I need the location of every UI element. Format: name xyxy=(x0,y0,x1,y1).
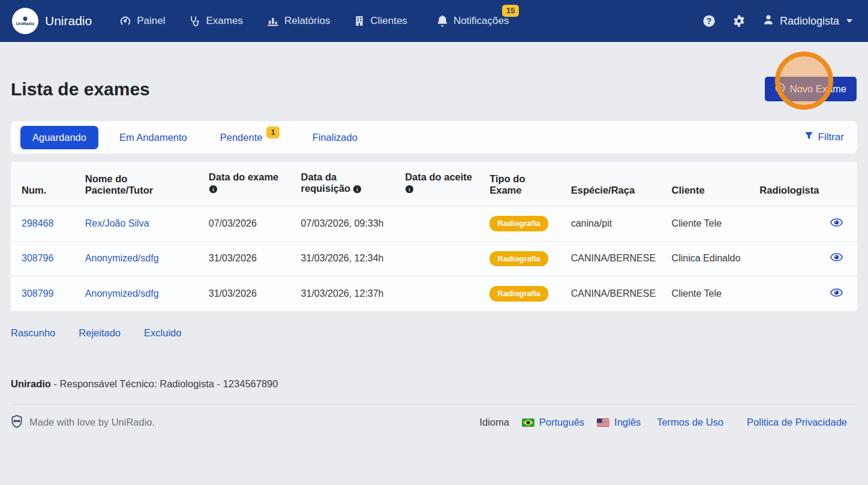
brazil-flag-icon xyxy=(522,418,534,427)
species-cell: CANINA/BERNESE xyxy=(560,276,661,312)
link-rascunho[interactable]: Rascunho xyxy=(11,327,55,339)
nav-item-notificacoes[interactable]: Notificações 15 xyxy=(437,15,509,27)
filter-label: Filtrar xyxy=(818,131,844,143)
table-row: 308799 Anonymized/sdfg 31/03/2026 31/03/… xyxy=(11,276,857,312)
extra-status-links: Rascunho Rejeitado Excluido xyxy=(11,327,857,339)
privacy-policy-link[interactable]: Politica de Privacidade xyxy=(747,417,847,428)
col-header-exam-date: Data do examei xyxy=(198,162,290,206)
info-icon[interactable]: i xyxy=(405,185,414,196)
col-header-species: Espécie/Raça xyxy=(560,162,661,206)
client-cell: Clinica Edinaldo xyxy=(661,241,749,276)
nav-item-clientes[interactable]: Clientes xyxy=(354,15,412,27)
view-exam-eye-icon[interactable] xyxy=(830,253,843,264)
tab-label: Finalizado xyxy=(313,132,358,143)
bell-icon xyxy=(437,15,448,27)
exam-number-link[interactable]: 308799 xyxy=(22,288,53,299)
gauge-icon xyxy=(119,15,131,27)
footer-bar: Made with love by UniRadio. Idioma Portu… xyxy=(11,415,857,430)
table-row: 298468 Rex/João Silva 07/03/2026 07/03/2… xyxy=(11,206,857,242)
status-tabs-bar: Aguardando Em Andamento Pendente 1 Final… xyxy=(11,121,857,153)
request-date-cell: 31/03/2026, 12:37h xyxy=(290,276,395,312)
page-title: Lista de exames xyxy=(11,79,150,100)
nav-item-exames[interactable]: Exames xyxy=(189,15,242,27)
exam-number-link[interactable]: 308796 xyxy=(22,253,53,263)
settings-gear-button[interactable] xyxy=(732,14,746,28)
funnel-icon xyxy=(804,131,813,143)
exam-type-badge: Radiografia xyxy=(489,216,548,231)
col-header-request-date: Data da requisiçãoi xyxy=(290,162,395,206)
nav-item-painel[interactable]: Painel xyxy=(119,15,165,27)
logo-text: UniRadio xyxy=(16,22,35,26)
col-header-radiologist: Radiologista xyxy=(749,162,857,206)
nav-item-label: Exames xyxy=(206,15,242,27)
responsible-technician-line: Uniradio - Responsável Técnico: Radiolog… xyxy=(11,378,857,390)
link-excluido[interactable]: Excluido xyxy=(144,327,181,339)
tab-aguardando[interactable]: Aguardando xyxy=(20,126,98,149)
exam-type-badge: Radiografia xyxy=(489,286,548,302)
species-cell: CANINA/BERNESE xyxy=(560,241,661,276)
novo-exame-button[interactable]: Novo Exame xyxy=(765,77,857,101)
exams-table: Num. Nome do Paciente/Tutor Data do exam… xyxy=(11,162,857,312)
tab-label: Aguardando xyxy=(32,132,86,143)
col-header-patient: Nome do Paciente/Tutor xyxy=(74,162,198,206)
tab-finalizado[interactable]: Finalizado xyxy=(301,126,370,149)
tab-label: Pendente xyxy=(220,132,263,143)
uniradio-logo[interactable]: UniRadio xyxy=(12,8,38,34)
patient-link[interactable]: Rex/João Silva xyxy=(85,218,149,228)
nav-item-label: Painel xyxy=(137,15,165,27)
col-header-num: Num. xyxy=(11,162,74,206)
exam-date-cell: 31/03/2026 xyxy=(198,276,290,312)
tab-pendente[interactable]: Pendente 1 xyxy=(208,125,292,149)
accept-date-cell xyxy=(394,276,479,312)
language-portuguese-label: Português xyxy=(539,417,584,428)
language-english[interactable]: Inglês xyxy=(597,417,641,428)
nav-item-relatorios[interactable]: Relatórios xyxy=(267,15,331,27)
top-navbar: UniRadio Uniradio Painel Exames Relatóri… xyxy=(0,0,868,42)
novo-exame-label: Novo Exame xyxy=(790,83,846,95)
info-icon[interactable]: i xyxy=(353,185,362,196)
col-header-exam-type: Tipo do Exame xyxy=(479,162,560,206)
responsible-text: - Responsável Técnico: Radiologista - 12… xyxy=(54,378,278,389)
view-exam-eye-icon[interactable] xyxy=(830,288,843,299)
help-button[interactable]: ? xyxy=(702,14,716,28)
exam-type-badge: Radiografia xyxy=(489,251,548,267)
plus-circle-icon xyxy=(775,83,785,95)
request-date-cell: 07/03/2026, 09:33h xyxy=(290,206,395,242)
table-header-row: Num. Nome do Paciente/Tutor Data do exam… xyxy=(11,162,857,206)
link-rejeitado[interactable]: Rejeitado xyxy=(79,327,121,339)
logo-shield-icon xyxy=(22,16,28,22)
accept-date-cell xyxy=(394,241,479,276)
language-english-label: Inglês xyxy=(614,417,641,428)
language-label: Idioma xyxy=(479,417,509,428)
nav-item-label: Notificações xyxy=(453,15,509,27)
exams-table-card: Num. Nome do Paciente/Tutor Data do exam… xyxy=(11,162,857,312)
exam-number-link[interactable]: 298468 xyxy=(22,218,53,228)
terms-of-use-link[interactable]: Termos de Uso xyxy=(657,417,723,428)
table-row: 308796 Anonymized/sdfg 31/03/2026 31/03/… xyxy=(11,241,857,276)
user-menu[interactable]: Radiologista xyxy=(762,14,852,29)
pendente-count-badge: 1 xyxy=(266,126,279,138)
tab-label: Em Andamento xyxy=(119,132,187,143)
uniradio-shield-icon xyxy=(11,415,23,430)
client-cell: Cliente Tele xyxy=(661,276,749,312)
svg-text:?: ? xyxy=(707,17,711,26)
filter-button[interactable]: Filtrar xyxy=(801,131,848,144)
exam-date-cell: 31/03/2026 xyxy=(198,241,290,276)
patient-link[interactable]: Anonymized/sdfg xyxy=(85,253,159,263)
client-cell: Cliente Tele xyxy=(661,206,749,242)
responsible-brand: Uniradio xyxy=(11,378,51,389)
tab-em-andamento[interactable]: Em Andamento xyxy=(107,126,199,149)
info-icon[interactable]: i xyxy=(209,185,218,196)
brand-name[interactable]: Uniradio xyxy=(45,14,92,28)
user-menu-label: Radiologista xyxy=(780,15,839,28)
request-date-cell: 31/03/2026, 12:34h xyxy=(290,241,395,276)
accept-date-cell xyxy=(394,206,479,242)
patient-link[interactable]: Anonymized/sdfg xyxy=(85,288,159,299)
bar-chart-icon xyxy=(267,15,279,27)
col-header-accept-date: Data do aceitei xyxy=(394,162,479,206)
language-portuguese[interactable]: Português xyxy=(522,417,584,428)
usa-flag-icon xyxy=(597,418,609,427)
species-cell: canina/pit xyxy=(560,206,661,242)
exam-date-cell: 07/03/2026 xyxy=(198,206,290,242)
view-exam-eye-icon[interactable] xyxy=(830,218,843,229)
